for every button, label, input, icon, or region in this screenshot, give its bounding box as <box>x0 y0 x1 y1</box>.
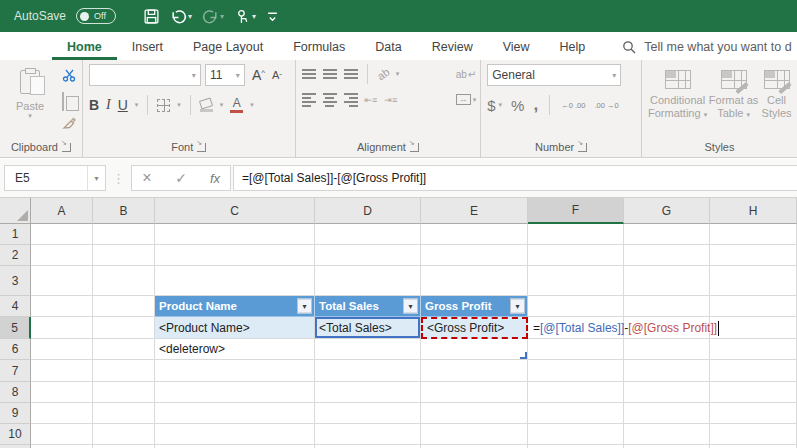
decrease-indent-icon[interactable]: ⇤≡ <box>365 95 378 105</box>
increase-indent-icon[interactable]: ⇥≡ <box>384 95 397 105</box>
cut-button[interactable] <box>62 68 77 87</box>
cell-H8[interactable] <box>710 382 797 403</box>
cell-A5[interactable] <box>31 317 93 339</box>
row-header-1[interactable]: 1 <box>0 224 31 245</box>
cell-C4[interactable]: Product Name▾ <box>155 296 315 317</box>
tab-review[interactable]: Review <box>417 35 488 60</box>
column-header-H[interactable]: H <box>710 198 797 224</box>
cell-E6[interactable] <box>421 339 528 360</box>
number-dialog-launcher[interactable] <box>578 143 587 152</box>
cell-B2[interactable] <box>93 245 155 266</box>
conditional-formatting-button[interactable]: Conditional Formatting ▾ <box>648 68 707 137</box>
tab-view[interactable]: View <box>488 35 545 60</box>
orientation-icon[interactable]: ab <box>374 66 391 83</box>
cell-H2[interactable] <box>710 245 797 266</box>
decrease-decimal-icon[interactable]: .00 →0 <box>594 102 618 109</box>
underline-dropdown-icon[interactable]: ▾ <box>135 101 139 109</box>
cell-D3[interactable] <box>315 266 421 296</box>
cell-C6[interactable]: <deleterow> <box>155 339 315 360</box>
cell-G3[interactable] <box>624 266 710 296</box>
cell-D6[interactable] <box>315 339 421 360</box>
cell-D7[interactable] <box>315 360 421 382</box>
cell-H9[interactable] <box>710 403 797 424</box>
cell-B4[interactable] <box>93 296 155 317</box>
select-all-corner[interactable] <box>0 198 31 224</box>
cell-C7[interactable] <box>155 360 315 382</box>
cell-E9[interactable] <box>421 403 528 424</box>
cell-C2[interactable] <box>155 245 315 266</box>
cell-E5[interactable]: <Gross Profit> <box>421 317 528 339</box>
cell-H1[interactable] <box>710 224 797 245</box>
row-header-4[interactable]: 4 <box>0 296 31 317</box>
cell-F3[interactable] <box>528 266 624 296</box>
row-header-9[interactable]: 9 <box>0 403 31 424</box>
cell-G6[interactable] <box>624 339 710 360</box>
font-size-combo[interactable]: 11 ▾ <box>205 64 245 86</box>
row-header-10[interactable]: 10 <box>0 424 31 445</box>
row-header-7[interactable]: 7 <box>0 360 31 382</box>
cell-D5[interactable]: <Total Sales> <box>315 317 421 339</box>
insert-function-button[interactable]: fx <box>206 171 224 186</box>
autosave-toggle[interactable]: Off <box>76 8 116 24</box>
paste-dropdown-icon[interactable]: ▾ <box>28 112 32 120</box>
column-header-A[interactable]: A <box>31 198 93 224</box>
cell-F6[interactable] <box>528 339 624 360</box>
cell-B3[interactable] <box>93 266 155 296</box>
cell-A10[interactable] <box>31 424 93 445</box>
enter-button[interactable]: ✓ <box>172 170 190 186</box>
tell-me-search[interactable]: Tell me what you want to d <box>622 40 791 60</box>
italic-button[interactable]: I <box>106 97 111 113</box>
cell-F4[interactable] <box>528 296 624 317</box>
cell-G4[interactable] <box>624 296 710 317</box>
cell-F1[interactable] <box>528 224 624 245</box>
font-color-button[interactable]: A <box>230 97 243 113</box>
column-header-D[interactable]: D <box>315 198 421 224</box>
undo-dropdown-icon[interactable]: ▾ <box>188 12 192 21</box>
cell-E2[interactable] <box>421 245 528 266</box>
cell-G8[interactable] <box>624 382 710 403</box>
cell-G9[interactable] <box>624 403 710 424</box>
column-header-G[interactable]: G <box>624 198 710 224</box>
cell-C9[interactable] <box>155 403 315 424</box>
cell-B8[interactable] <box>93 382 155 403</box>
cell-E3[interactable] <box>421 266 528 296</box>
cell-B7[interactable] <box>93 360 155 382</box>
fill-color-button[interactable] <box>200 99 213 112</box>
tab-formulas[interactable]: Formulas <box>278 35 360 60</box>
bold-button[interactable]: B <box>89 97 99 113</box>
align-left-icon[interactable] <box>302 93 316 107</box>
align-top-icon[interactable] <box>302 69 316 79</box>
touch-mouse-mode-button[interactable]: ▾ <box>231 6 259 27</box>
font-dialog-launcher[interactable] <box>197 143 206 152</box>
tab-help[interactable]: Help <box>545 35 601 60</box>
redo-button[interactable]: ▾ <box>199 6 227 27</box>
name-box-dropdown-icon[interactable]: ▾ <box>87 166 105 190</box>
cell-D4[interactable]: Total Sales▾ <box>315 296 421 317</box>
cell-D1[interactable] <box>315 224 421 245</box>
increase-decimal-icon[interactable]: ←0 .00 <box>561 102 585 109</box>
filter-button-E4[interactable]: ▾ <box>510 299 525 314</box>
cell-A9[interactable] <box>31 403 93 424</box>
number-format-combo[interactable]: General ▾ <box>487 64 621 86</box>
cell-E7[interactable] <box>421 360 528 382</box>
cell-H7[interactable] <box>710 360 797 382</box>
cell-B5[interactable] <box>93 317 155 339</box>
cell-C1[interactable] <box>155 224 315 245</box>
cancel-button[interactable]: × <box>138 169 156 187</box>
cell-C8[interactable] <box>155 382 315 403</box>
orientation-dropdown-icon[interactable]: ▾ <box>396 70 400 78</box>
cell-B1[interactable] <box>93 224 155 245</box>
cell-A8[interactable] <box>31 382 93 403</box>
copy-button[interactable]: ▾ <box>62 93 77 111</box>
alignment-dialog-launcher[interactable] <box>410 143 419 152</box>
cell-G10[interactable] <box>624 424 710 445</box>
undo-button[interactable]: ▾ <box>167 6 195 27</box>
row-header-6[interactable]: 6 <box>0 339 31 360</box>
formula-bar-grip-icon[interactable]: ⋮ <box>112 171 125 186</box>
cell-C5[interactable]: <Product Name> <box>155 317 315 339</box>
cell-A2[interactable] <box>31 245 93 266</box>
increase-font-button[interactable]: A^ <box>252 67 265 83</box>
paste-button[interactable]: Paste ▾ <box>6 66 54 137</box>
cell-H4[interactable] <box>710 296 797 317</box>
cell-H6[interactable] <box>710 339 797 360</box>
